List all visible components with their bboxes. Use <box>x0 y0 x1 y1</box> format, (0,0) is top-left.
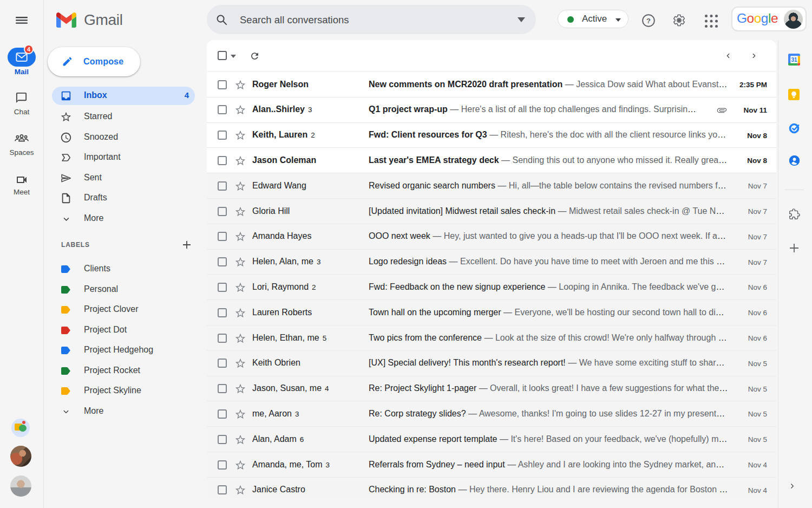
svg-text:31: 31 <box>791 57 797 63</box>
svg-text:?: ? <box>646 17 651 25</box>
